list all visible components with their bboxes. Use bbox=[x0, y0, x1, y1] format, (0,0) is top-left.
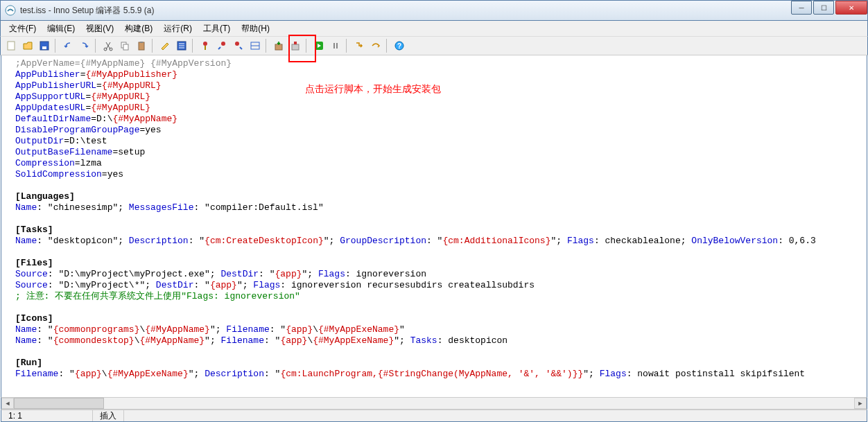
app-icon bbox=[5, 5, 16, 16]
menu-edit[interactable]: 编辑(E) bbox=[42, 21, 80, 36]
menubar: 文件(F) 编辑(E) 视图(V) 构建(B) 运行(R) 工具(T) 帮助(H… bbox=[0, 21, 868, 36]
step-into-button[interactable] bbox=[351, 38, 367, 53]
edit-button[interactable] bbox=[157, 38, 173, 53]
toolbar-sep bbox=[95, 39, 98, 53]
cut-button[interactable] bbox=[101, 38, 116, 53]
toolbar-sep bbox=[306, 39, 309, 53]
toolbar-sep bbox=[266, 39, 268, 53]
select-all-button[interactable] bbox=[174, 38, 189, 53]
toolbar-sep bbox=[346, 39, 349, 53]
status-mode: 插入 bbox=[93, 410, 124, 421]
scroll-left-arrow[interactable]: ◄ bbox=[1, 398, 14, 409]
svg-point-0 bbox=[6, 6, 15, 15]
titlebar: test.iss - Inno Setup 编译器 5.5.9 (a) ─ ☐ … bbox=[0, 0, 868, 21]
menu-build[interactable]: 构建(B) bbox=[119, 21, 158, 36]
svg-rect-1 bbox=[8, 42, 15, 50]
toolbar: ? bbox=[0, 36, 868, 55]
svg-rect-17 bbox=[292, 44, 299, 50]
scroll-track[interactable] bbox=[14, 398, 854, 409]
menu-run[interactable]: 运行(R) bbox=[158, 21, 198, 36]
svg-point-13 bbox=[235, 42, 239, 46]
horizontal-scrollbar[interactable]: ◄ ► bbox=[1, 397, 867, 410]
compile-button[interactable] bbox=[271, 38, 286, 53]
copy-button[interactable] bbox=[117, 38, 132, 53]
menu-help[interactable]: 帮助(H) bbox=[236, 21, 275, 36]
close-button[interactable]: ✕ bbox=[835, 1, 867, 15]
scroll-right-arrow[interactable]: ► bbox=[854, 398, 867, 409]
scroll-thumb[interactable] bbox=[14, 398, 104, 409]
svg-text:?: ? bbox=[397, 42, 401, 50]
undo-button[interactable] bbox=[60, 38, 76, 53]
svg-point-12 bbox=[221, 42, 225, 46]
toolbar-sep bbox=[386, 39, 389, 53]
stop-compile-button[interactable] bbox=[288, 38, 303, 53]
svg-point-11 bbox=[203, 42, 207, 46]
svg-rect-8 bbox=[139, 42, 144, 50]
bookmark-next-button[interactable] bbox=[231, 38, 246, 53]
help-button[interactable]: ? bbox=[392, 38, 407, 53]
svg-rect-20 bbox=[333, 43, 335, 49]
menu-tools[interactable]: 工具(T) bbox=[198, 21, 236, 36]
maximize-button[interactable]: ☐ bbox=[813, 1, 834, 15]
svg-rect-7 bbox=[123, 44, 128, 50]
open-button[interactable] bbox=[20, 38, 35, 53]
code-content: ;AppVerName={#MyAppName} {#MyAppVersion}… bbox=[1, 55, 867, 383]
svg-rect-9 bbox=[140, 42, 143, 43]
minimize-button[interactable]: ─ bbox=[791, 1, 812, 15]
new-button[interactable] bbox=[3, 38, 19, 53]
window-title: test.iss - Inno Setup 编译器 5.5.9 (a) bbox=[20, 5, 154, 17]
paste-button[interactable] bbox=[134, 38, 149, 53]
svg-rect-21 bbox=[336, 43, 338, 49]
svg-rect-16 bbox=[275, 44, 282, 50]
bookmark-button[interactable] bbox=[198, 38, 213, 53]
step-over-button[interactable] bbox=[368, 38, 383, 53]
svg-rect-3 bbox=[42, 46, 46, 49]
svg-rect-18 bbox=[294, 42, 297, 44]
toolbar-sep bbox=[152, 39, 155, 53]
pause-button[interactable] bbox=[328, 38, 343, 53]
statusbar: 1: 1 插入 bbox=[1, 410, 867, 422]
redo-button[interactable] bbox=[77, 38, 92, 53]
save-button[interactable] bbox=[37, 38, 52, 53]
bookmark-prev-button[interactable] bbox=[214, 38, 229, 53]
code-editor[interactable]: ;AppVerName={#MyAppName} {#MyAppVersion}… bbox=[1, 55, 867, 397]
menu-view[interactable]: 视图(V) bbox=[80, 21, 119, 36]
menu-file[interactable]: 文件(F) bbox=[3, 21, 42, 36]
toolbar-sep bbox=[192, 39, 195, 53]
window-buttons: ─ ☐ ✕ bbox=[790, 1, 867, 15]
show-output-button[interactable] bbox=[248, 38, 263, 53]
run-button[interactable] bbox=[311, 38, 327, 53]
status-position: 1: 1 bbox=[1, 410, 93, 421]
toolbar-sep bbox=[55, 39, 58, 53]
